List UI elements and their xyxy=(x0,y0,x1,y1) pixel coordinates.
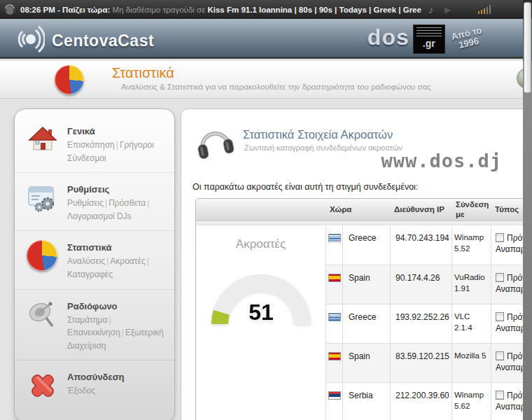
now-playing-time: 08:26 PM - Παίζει τώρα: xyxy=(20,6,110,14)
sidebar-group-logout: Αποσύνδεση Έξοδος xyxy=(15,360,174,410)
sidebar-link-stop[interactable]: Σταμάτημα xyxy=(67,315,107,325)
dos-gr-box: .gr xyxy=(413,24,445,54)
listeners-intro-text: Οι παρακάτω ακροατές είναι αυτή τη στιγμ… xyxy=(192,182,531,192)
now-playing-text: 08:26 PM - Παίζει τώρα: Μη διαθέσιμο τρα… xyxy=(20,6,421,14)
media-player-icon xyxy=(496,312,504,321)
sidebar-link-restart[interactable]: Επανεκκίνηση xyxy=(67,328,120,337)
headphones-icon xyxy=(188,113,240,167)
sidebar-group-general: Γενικά Επισκόπηση|Γρήγοροι Σύνδεσμοι xyxy=(15,115,174,172)
row-ip: 83.59.120.215 xyxy=(391,344,452,382)
dos-dj-watermark: www.dos.dj xyxy=(381,150,502,172)
sidebar-title-logout: Αποσύνδεση xyxy=(67,372,164,382)
greece-flag-icon xyxy=(328,313,341,321)
brand-header: CentovaCast dos .gr Από το 1996 xyxy=(0,19,532,59)
row-client: VuRadio 1.91 xyxy=(452,265,491,304)
media-player-icon xyxy=(496,273,504,282)
serbia-flag-icon xyxy=(328,391,341,400)
row-country: Greece xyxy=(343,225,391,265)
play-button[interactable]: ▶ xyxy=(444,5,451,15)
since-1996-label: Από το 1996 xyxy=(450,25,484,51)
media-player-icon xyxy=(496,351,504,360)
sidebar-link-settings[interactable]: Ρυθμίσεις xyxy=(67,198,104,208)
gauge-arc: 51 xyxy=(202,258,321,328)
column-header-country: Χώρα xyxy=(326,199,391,220)
sidebar-link-dj-accounts[interactable]: Λογαριασμοί DJs xyxy=(67,211,132,221)
row-country: Greece xyxy=(343,304,391,343)
row-client: VLC 2.1.4 xyxy=(452,304,491,343)
sidebar-link-addons[interactable]: Πρόσθετα xyxy=(108,198,146,208)
centovacast-logo: CentovaCast xyxy=(15,25,154,56)
player-bar: 08:26 PM - Παίζει τώρα: Μη διαθέσιμο τρα… xyxy=(0,0,532,19)
row-client: Mozilla 5 xyxy=(452,344,491,382)
gauge-label: Ακροατές xyxy=(196,237,326,251)
brand-name: CentovaCast xyxy=(52,31,154,50)
settings-window-icon xyxy=(27,182,59,214)
media-player-icon xyxy=(496,233,504,242)
stop-button[interactable]: ■ xyxy=(462,6,467,14)
vertical-scrollbar[interactable] xyxy=(523,0,532,420)
row-ip: 193.92.252.26 xyxy=(391,304,452,343)
table-row: Serbia 212.200.39.60 Winamp 5.62 Πρόγραμ… xyxy=(326,382,532,420)
header-gauge-spacer xyxy=(196,199,326,220)
page-title: Στατιστικά xyxy=(112,65,174,81)
table-row: Spain 83.59.120.215 Mozilla 5 Πρόγραμμα … xyxy=(326,343,532,382)
column-header-ip: Διεύθυνση IP xyxy=(391,199,452,220)
listeners-table: Χώρα Διεύθυνση IP Σύνδεση με Τύπος Ακροα… xyxy=(195,198,532,420)
panel-title: Στατιστικά Στοιχεία Ακροατών xyxy=(243,128,393,141)
spain-flag-icon xyxy=(328,352,341,360)
column-header-client: Σύνδεση με xyxy=(452,199,491,220)
logout-x-icon xyxy=(27,370,59,402)
dos-logo-text: dos xyxy=(368,23,410,51)
dos-gr-label: .gr xyxy=(416,38,442,49)
row-ip: 94.70.243.194 xyxy=(391,225,452,265)
page-subtitle: Αναλύσεις & Στατιστικά για να παρακολουθ… xyxy=(121,83,431,91)
sidebar-nav: Γενικά Επισκόπηση|Γρήγοροι Σύνδεσμοι Ρυθ… xyxy=(14,108,175,420)
row-client: Winamp 5.62 xyxy=(452,383,491,420)
listeners-gauge: Ακροατές 51 xyxy=(196,225,326,420)
music-note-icon: ♪ xyxy=(428,4,433,15)
page-title-bar: Στατιστικά Αναλύσεις & Στατιστικά για να… xyxy=(0,61,532,99)
media-player-icon xyxy=(496,391,504,400)
row-ip: 212.200.39.60 xyxy=(391,383,452,420)
scrollbar-thumb[interactable] xyxy=(524,2,531,93)
row-country: Spain xyxy=(343,265,391,304)
table-row: Greece 193.92.252.26 VLC 2.1.4 Πρόγραμμα… xyxy=(326,304,532,343)
table-row: Spain 90.174.4.26 VuRadio 1.91 Πρόγραμμα… xyxy=(326,265,532,304)
panel-subtitle: Ζωντανή καταγραφή συνδεδεμένων ακροατών xyxy=(244,144,402,152)
pie-chart-icon xyxy=(27,240,59,272)
sidebar-link-exit[interactable]: Έξοδος xyxy=(67,386,95,396)
row-country: Spain xyxy=(343,344,391,382)
sidebar-link-analytics[interactable]: Αναλύσεις xyxy=(67,256,105,266)
sidebar-title-statistics: Στατιστικά xyxy=(67,242,164,253)
dos-box-lines xyxy=(416,27,442,38)
headset-icon xyxy=(4,2,16,18)
broadcast-icon xyxy=(15,25,45,56)
home-icon xyxy=(27,124,59,156)
player-controls: ♪ ▶ ■ xyxy=(428,4,491,15)
now-playing-track: Μη διαθέσιμο τραγούδι σε xyxy=(113,6,206,14)
volume-bars-icon xyxy=(478,5,491,14)
table-row: Greece 94.70.243.194 Winamp 5.52 Πρόγραμ… xyxy=(326,225,532,265)
listener-stats-panel: Στατιστικά Στοιχεία Ακροατών Ζωντανή κατ… xyxy=(181,108,532,420)
sidebar-group-settings: Ρυθμίσεις Ρυθμίσεις|Πρόσθετα|Λογαριασμοί… xyxy=(15,172,174,230)
listener-rows: Greece 94.70.243.194 Winamp 5.52 Πρόγραμ… xyxy=(326,225,532,420)
greece-flag-icon xyxy=(328,234,341,242)
table-header-row: Χώρα Διεύθυνση IP Σύνδεση με Τύπος xyxy=(196,199,532,221)
row-ip: 90.174.4.26 xyxy=(391,265,452,304)
sidebar-title-general: Γενικά xyxy=(67,126,164,136)
pie-chart-icon xyxy=(55,65,84,94)
sidebar-title-settings: Ρυθμίσεις xyxy=(67,184,164,195)
panel-header: Στατιστικά Στοιχεία Ακροατών Ζωντανή κατ… xyxy=(181,109,531,181)
satellite-dish-icon xyxy=(27,299,59,331)
sidebar-group-statistics: Στατιστικά Αναλύσεις|Ακροατές|Καταγραφές xyxy=(15,230,174,288)
spain-flag-icon xyxy=(328,274,341,282)
sidebar-link-logs[interactable]: Καταγραφές xyxy=(67,270,113,279)
row-country: Serbia xyxy=(343,383,391,420)
gauge-value: 51 xyxy=(248,300,274,325)
station-name: Kiss Fm 91.1 Ioannina | 80s | 90s | Toda… xyxy=(207,6,421,14)
row-client: Winamp 5.52 xyxy=(452,225,491,265)
sidebar-title-radio: Ραδιόφωνο xyxy=(67,301,164,312)
dos-gr-logo[interactable]: dos .gr Από το 1996 xyxy=(368,23,483,54)
sidebar-link-listeners[interactable]: Ακροατές xyxy=(110,256,145,266)
sidebar-link-overview[interactable]: Επισκόπηση xyxy=(67,140,115,150)
